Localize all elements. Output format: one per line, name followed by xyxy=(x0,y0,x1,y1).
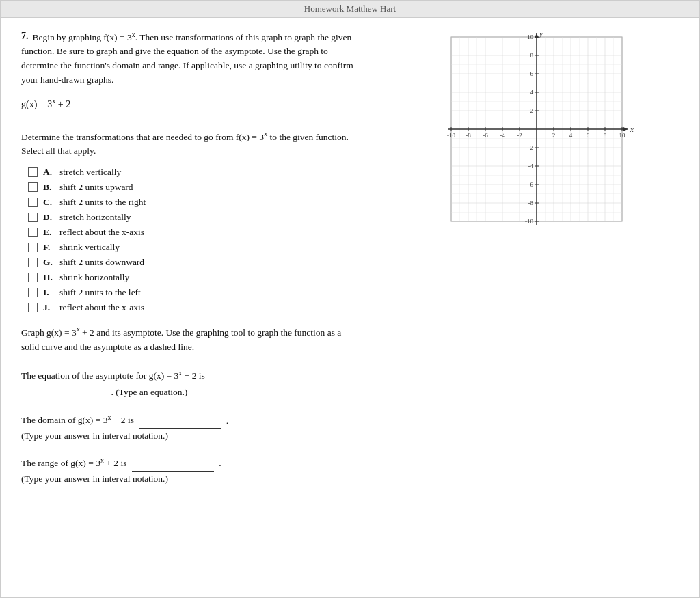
list-item: J. reflect about the x-axis xyxy=(28,302,359,313)
asymptote-label: The equation of the asymptote for g(x) =… xyxy=(21,370,205,381)
divider-1 xyxy=(21,120,359,120)
list-item: C. shift 2 units to the right xyxy=(28,197,359,208)
header-title: Homework Matthew Hart xyxy=(304,3,396,14)
svg-text:-8: -8 xyxy=(528,200,533,206)
svg-text:-8: -8 xyxy=(466,132,471,139)
options-list: A. stretch vertically B. shift 2 units u… xyxy=(28,167,359,313)
list-item: A. stretch vertically xyxy=(28,167,359,178)
option-letter-h: H. xyxy=(43,272,55,283)
range-label: The range of g(x) = 3x + 2 is xyxy=(21,458,126,468)
left-panel: 7. Begin by graphing f(x) = 3x. Then use… xyxy=(1,18,373,597)
checkbox-e[interactable] xyxy=(28,228,38,237)
domain-answer-line[interactable] xyxy=(139,412,221,429)
svg-text:-2: -2 xyxy=(528,144,533,151)
svg-text:8: 8 xyxy=(530,52,533,59)
option-letter-f: F. xyxy=(43,242,55,253)
list-item: I. shift 2 units to the left xyxy=(28,287,359,298)
svg-text:4: 4 xyxy=(569,132,572,139)
svg-text:10: 10 xyxy=(527,33,534,40)
asymptote-answer-line[interactable] xyxy=(24,384,106,400)
list-item: D. stretch horizontally xyxy=(28,212,359,223)
svg-text:4: 4 xyxy=(530,89,533,96)
svg-text:2: 2 xyxy=(530,107,533,114)
checkbox-a[interactable] xyxy=(28,167,38,177)
domain-note: (Type your answer in interval notation.) xyxy=(21,431,168,441)
svg-text:8: 8 xyxy=(603,132,606,139)
option-letter-b: B. xyxy=(43,182,55,193)
range-section: The range of g(x) = 3x + 2 is . (Type yo… xyxy=(21,454,359,487)
range-note: (Type your answer in interval notation.) xyxy=(21,474,168,484)
option-text-i: shift 2 units to the left xyxy=(59,287,141,298)
list-item: H. shrink horizontally xyxy=(28,272,359,283)
header-bar: Homework Matthew Hart xyxy=(1,1,699,18)
option-text-g: shift 2 units downward xyxy=(59,257,144,268)
svg-text:-4: -4 xyxy=(528,163,533,169)
option-text-d: stretch horizontally xyxy=(59,212,131,223)
option-text-c: shift 2 units to the right xyxy=(59,197,146,208)
asymptote-note: . (Type an equation.) xyxy=(111,387,187,397)
domain-label: The domain of g(x) = 3x + 2 is xyxy=(21,415,134,425)
svg-text:2: 2 xyxy=(552,132,555,139)
option-text-f: shrink vertically xyxy=(59,242,120,253)
right-panel: x y -10 -8 -6 -4 -2 2 4 6 8 xyxy=(373,18,699,597)
content-area: 7. Begin by graphing f(x) = 3x. Then use… xyxy=(1,18,699,597)
checkbox-i[interactable] xyxy=(28,288,38,297)
x-axis-arrow xyxy=(623,127,628,131)
option-text-e: reflect about the x-axis xyxy=(59,227,144,238)
checkbox-j[interactable] xyxy=(28,303,38,312)
option-letter-j: J. xyxy=(43,302,55,313)
svg-text:-6: -6 xyxy=(528,181,533,188)
list-item: G. shift 2 units downward xyxy=(28,257,359,268)
list-item: F. shrink vertically xyxy=(28,242,359,253)
checkbox-b[interactable] xyxy=(28,182,38,192)
x-axis-label: x xyxy=(630,125,634,133)
option-text-b: shift 2 units upward xyxy=(59,182,133,193)
svg-text:6: 6 xyxy=(586,132,589,139)
graph-container: x y -10 -8 -6 -4 -2 2 4 6 8 xyxy=(438,30,636,245)
list-item: E. reflect about the x-axis xyxy=(28,227,359,238)
checkbox-f[interactable] xyxy=(28,243,38,252)
list-item: B. shift 2 units upward xyxy=(28,182,359,193)
page: Homework Matthew Hart 7. Begin by graphi… xyxy=(0,0,700,598)
checkbox-h[interactable] xyxy=(28,273,38,282)
checkbox-c[interactable] xyxy=(28,198,38,207)
svg-text:-4: -4 xyxy=(500,132,505,139)
y-axis-label: y xyxy=(539,30,543,38)
option-letter-a: A. xyxy=(43,167,55,178)
domain-section: The domain of g(x) = 3x + 2 is . (Type y… xyxy=(21,411,359,444)
determine-text: Determine the transformations that are n… xyxy=(21,128,359,159)
svg-text:10: 10 xyxy=(619,132,625,139)
bottom-border xyxy=(1,597,699,597)
graph-instruction: Graph g(x) = 3x + 2 and its asymptote. U… xyxy=(21,324,359,354)
option-letter-i: I. xyxy=(43,287,55,298)
option-text-a: stretch vertically xyxy=(59,167,121,178)
option-letter-c: C. xyxy=(43,197,55,208)
checkbox-g[interactable] xyxy=(28,258,38,267)
asymptote-section: The equation of the asymptote for g(x) =… xyxy=(21,367,359,400)
option-letter-e: E. xyxy=(43,227,55,238)
svg-text:6: 6 xyxy=(530,70,533,77)
option-letter-d: D. xyxy=(43,212,55,223)
svg-text:-10: -10 xyxy=(447,132,455,139)
intro-text: Begin by graphing f(x) = 3x. Then use tr… xyxy=(21,32,353,85)
option-text-j: reflect about the x-axis xyxy=(59,302,144,313)
domain-period: . xyxy=(226,415,228,425)
svg-text:-6: -6 xyxy=(483,132,488,139)
graph-svg: x y -10 -8 -6 -4 -2 2 4 6 8 xyxy=(438,30,636,242)
range-period: . xyxy=(219,458,221,468)
option-text-h: shrink horizontally xyxy=(59,272,129,283)
given-function-equation: g(x) = 3x + 2 xyxy=(21,97,359,110)
svg-text:-10: -10 xyxy=(525,218,533,225)
svg-text:-2: -2 xyxy=(517,132,522,139)
checkbox-d[interactable] xyxy=(28,213,38,222)
question-intro: 7. Begin by graphing f(x) = 3x. Then use… xyxy=(21,29,359,87)
option-letter-g: G. xyxy=(43,257,55,268)
range-answer-line[interactable] xyxy=(132,455,214,472)
question-number: 7. xyxy=(21,29,29,44)
